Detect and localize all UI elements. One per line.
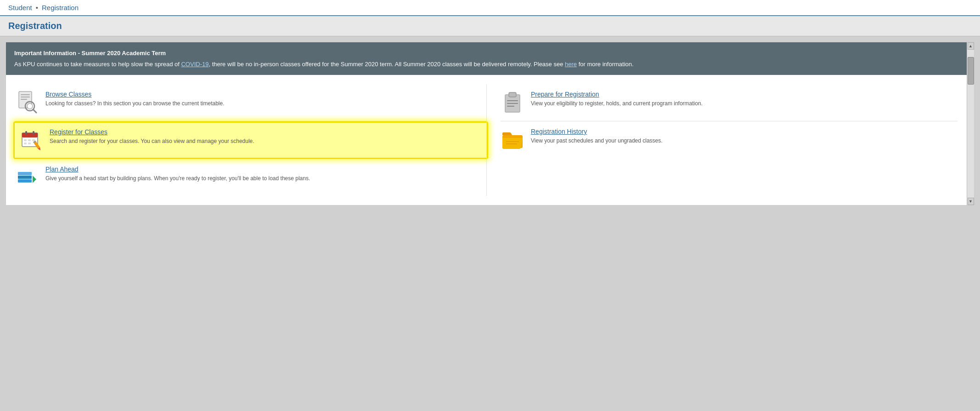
history-text: Registration History View your past sche… [531,128,957,145]
svg-rect-1 [21,94,30,95]
svg-rect-19 [18,179,32,183]
plan-ahead-link[interactable]: Plan Ahead [45,166,79,173]
browse-classes-icon [15,91,39,114]
prepare-desc: View your eligibility to register, holds… [531,100,957,108]
history-icon [501,128,524,152]
svg-rect-15 [33,131,34,135]
inner-content: Important Information - Summer 2020 Acad… [6,42,967,205]
notice-title: Important Information - Summer 2020 Acad… [14,49,958,58]
svg-rect-2 [21,97,30,97]
svg-rect-13 [28,143,31,144]
svg-rect-11 [32,139,35,141]
notice-body: As KPU continues to take measures to hel… [14,60,958,69]
menu-column-right: Prepare for Registration View your eligi… [486,84,957,196]
page-title: Registration [8,21,972,31]
browse-classes-link[interactable]: Browse Classes [45,91,91,98]
plan-ahead-text: Plan Ahead Give yourself a head start by… [45,166,486,183]
svg-rect-8 [22,133,38,137]
scrollbar-down-arrow[interactable]: ▼ [968,198,974,205]
svg-line-6 [33,109,36,113]
prepare-text: Prepare for Registration View your eligi… [531,91,957,108]
menu-grid: Browse Classes Looking for classes? In t… [6,75,967,205]
svg-rect-24 [509,92,516,97]
svg-marker-22 [33,176,36,183]
main-content: ▲ ▼ Important Information - Summer 2020 … [6,42,974,206]
plan-ahead-desc: Give yourself a head start by building p… [45,175,486,183]
scrollbar-up-arrow[interactable]: ▲ [968,42,974,50]
svg-rect-9 [24,139,27,141]
history-link[interactable]: Registration History [531,128,587,135]
register-classes-text: Register for Classes Search and register… [50,128,482,145]
svg-rect-26 [507,103,518,104]
register-classes-desc: Search and register for your classes. Yo… [50,137,482,145]
scrollbar-thumb[interactable] [968,57,974,85]
menu-item-history: Registration History View your past sche… [501,121,957,158]
menu-item-browse-classes: Browse Classes Looking for classes? In t… [15,84,486,121]
svg-rect-10 [28,139,31,141]
history-desc: View your past schedules and your ungrad… [531,137,957,145]
notice-covid-link[interactable]: COVID-19 [181,61,208,68]
menu-item-register-classes: Register for Classes Search and register… [13,121,488,159]
menu-item-prepare: Prepare for Registration View your eligi… [501,84,957,121]
browse-classes-desc: Looking for classes? In this section you… [45,100,486,108]
menu-column-left: Browse Classes Looking for classes? In t… [15,84,486,196]
svg-rect-20 [18,176,32,179]
prepare-link[interactable]: Prepare for Registration [531,91,599,98]
breadcrumb-student[interactable]: Student [8,4,32,11]
plan-ahead-icon [15,166,39,189]
breadcrumb-bar: Student • Registration [0,0,980,16]
notice-text-middle: , there will be no in-person classes off… [208,61,565,68]
breadcrumb-registration[interactable]: Registration [42,4,79,11]
svg-rect-12 [24,143,27,144]
svg-rect-21 [18,172,32,175]
svg-rect-27 [507,106,514,107]
register-classes-icon [19,128,43,152]
prepare-icon [501,91,524,114]
notice-text-after: for more information. [577,61,634,68]
menu-item-plan-ahead: Plan Ahead Give yourself a head start by… [15,159,486,196]
notice-here-link[interactable]: here [565,61,577,68]
svg-rect-14 [25,131,27,135]
browse-classes-text: Browse Classes Looking for classes? In t… [45,91,486,108]
notice-banner: Important Information - Summer 2020 Acad… [6,42,967,75]
svg-point-5 [27,103,33,109]
notice-text-before: As KPU continues to take measures to hel… [14,61,181,68]
page-title-bar: Registration [0,16,980,36]
svg-rect-3 [21,99,27,100]
scrollbar[interactable]: ▲ ▼ [967,42,974,205]
svg-rect-25 [507,100,518,101]
breadcrumb-separator: • [36,4,38,11]
register-classes-link[interactable]: Register for Classes [50,128,107,136]
